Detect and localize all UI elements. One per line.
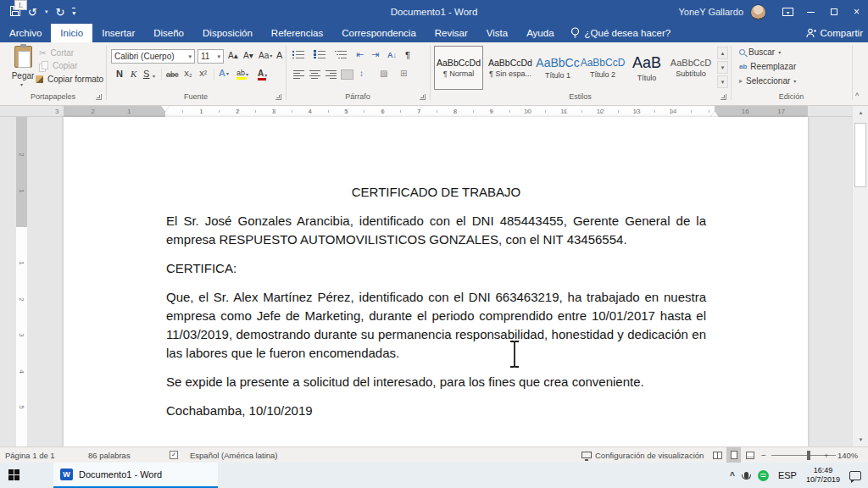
- tab-archivo[interactable]: Archivo: [0, 24, 51, 42]
- close-button[interactable]: ×: [845, 0, 868, 24]
- scroll-up-button[interactable]: ▴: [853, 106, 868, 119]
- start-button[interactable]: [8, 469, 19, 480]
- redo-icon[interactable]: ↻: [55, 7, 64, 18]
- decrease-indent-button[interactable]: ⇤: [356, 49, 364, 60]
- replace-button[interactable]: ab Reemplazar: [739, 62, 796, 71]
- underline-dropdown-icon[interactable]: ▾: [153, 73, 155, 79]
- keyboard-language[interactable]: ESP: [778, 470, 797, 480]
- web-layout-button[interactable]: [743, 447, 757, 463]
- tab-inicio[interactable]: Inicio: [51, 24, 92, 42]
- word-count[interactable]: 86 palabras: [88, 447, 131, 463]
- change-case-button[interactable]: Aa▾: [259, 51, 272, 60]
- justify-button[interactable]: [342, 70, 353, 79]
- tab-correspondencia[interactable]: Correspondencia: [332, 24, 426, 42]
- subscript-button[interactable]: X₂: [184, 69, 192, 78]
- share-button[interactable]: Compartir: [806, 24, 863, 42]
- styles-scroll-down[interactable]: ▾: [717, 61, 728, 74]
- document-page[interactable]: CERTIFICADO DE TRABAJO El Sr. José Gonza…: [64, 117, 808, 446]
- customize-qat-icon[interactable]: ▾: [72, 8, 75, 17]
- right-indent-marker[interactable]: [710, 111, 719, 117]
- style-subtitle[interactable]: AaBbCcD Subtítulo: [669, 46, 713, 90]
- sort-button[interactable]: A↓: [387, 51, 397, 59]
- page-indicator[interactable]: Página 1 de 1: [5, 447, 55, 463]
- text-effects-button[interactable]: A▾: [219, 68, 229, 78]
- collapse-ribbon-button[interactable]: ^: [855, 92, 859, 100]
- copy-button[interactable]: Copiar: [39, 61, 77, 70]
- styles-scroll-up[interactable]: ▴: [717, 47, 728, 59]
- zoom-level[interactable]: 140%: [837, 447, 858, 463]
- microphone-icon[interactable]: [744, 472, 748, 479]
- taskbar-clock[interactable]: 16:49 10/7/2019: [806, 466, 840, 485]
- underline-button[interactable]: S: [143, 69, 149, 79]
- grow-font-button[interactable]: A▴: [228, 51, 238, 60]
- find-button[interactable]: Buscar ▾: [739, 47, 781, 57]
- font-color-button[interactable]: A▾: [258, 69, 267, 80]
- proofing-status[interactable]: ✓: [170, 447, 178, 463]
- font-size-combo[interactable]: 11 ▾: [198, 49, 224, 64]
- print-layout-button[interactable]: [726, 447, 741, 463]
- tab-insertar[interactable]: Insertar: [92, 24, 144, 42]
- shading-button[interactable]: ▨: [380, 69, 387, 78]
- format-painter-button[interactable]: Copiar formato: [36, 75, 103, 84]
- tell-me-search[interactable]: ¿Qué desea hacer?: [570, 24, 671, 42]
- read-mode-button[interactable]: [710, 447, 725, 463]
- restore-button[interactable]: [822, 0, 845, 24]
- bold-button[interactable]: N: [116, 69, 123, 79]
- zoom-out-button[interactable]: −: [761, 447, 766, 463]
- first-line-indent-marker[interactable]: [161, 106, 170, 112]
- undo-icon[interactable]: ↺: [28, 7, 37, 18]
- avatar[interactable]: [750, 4, 766, 20]
- highlight-button[interactable]: ab▾: [236, 69, 248, 80]
- zoom-slider-thumb[interactable]: [807, 451, 810, 460]
- zoom-in-button[interactable]: +: [824, 447, 829, 463]
- font-family-combo[interactable]: Calibri (Cuerpo) ▾: [111, 49, 195, 64]
- taskbar-item-word[interactable]: W Documento1 - Word: [53, 463, 218, 488]
- tab-referencias[interactable]: Referencias: [262, 24, 332, 42]
- tab-vista[interactable]: Vista: [477, 24, 517, 42]
- style-no-spacing[interactable]: AaBbCcDd ¶ Sin espa...: [486, 46, 535, 90]
- borders-button[interactable]: ⊞: [400, 69, 407, 78]
- tab-ayuda[interactable]: Ayuda: [517, 24, 563, 42]
- notification-center-icon[interactable]: [849, 471, 861, 480]
- align-right-button[interactable]: [326, 70, 337, 79]
- strikethrough-button[interactable]: abc: [166, 70, 179, 79]
- styles-gallery-more[interactable]: ▾: [717, 75, 728, 88]
- horizontal-ruler[interactable]: 3 2 1 1 2 3 4 5 6 7 8 9 10 11 12 13 14 1…: [0, 106, 868, 117]
- spotify-icon[interactable]: [758, 470, 769, 481]
- numbered-list-button[interactable]: [314, 50, 326, 58]
- style-normal[interactable]: AaBbCcDd ¶ Normal: [434, 46, 483, 90]
- align-left-button[interactable]: [293, 70, 304, 79]
- line-spacing-button[interactable]: ↕: [359, 69, 364, 78]
- tray-chevron-icon[interactable]: ^: [730, 471, 735, 480]
- ribbon-display-options-button[interactable]: ▾: [776, 0, 799, 24]
- font-dialog-launcher[interactable]: [275, 94, 281, 100]
- style-heading2[interactable]: AaBbCcD Título 2: [581, 46, 625, 90]
- select-button[interactable]: ▸ Seleccionar ▾: [739, 76, 796, 86]
- show-paragraph-marks-button[interactable]: ¶: [405, 50, 410, 60]
- scrollbar-thumb[interactable]: [854, 123, 866, 187]
- increase-indent-button[interactable]: ⇥: [371, 49, 379, 60]
- undo-dropdown-icon[interactable]: ▾: [45, 8, 48, 15]
- tab-selector[interactable]: L: [14, 0, 27, 10]
- styles-dialog-launcher[interactable]: [721, 94, 726, 100]
- scroll-down-button[interactable]: ▾: [853, 433, 868, 446]
- vertical-ruler[interactable]: 2 1 1 2 3 4 5: [16, 117, 27, 446]
- tab-disposicion[interactable]: Disposición: [193, 24, 262, 42]
- tab-diseno[interactable]: Diseño: [144, 24, 193, 42]
- style-title[interactable]: AaB Título: [627, 46, 666, 90]
- multilevel-list-button[interactable]: [335, 50, 347, 58]
- italic-button[interactable]: K: [131, 69, 136, 79]
- minimize-button[interactable]: [799, 0, 822, 24]
- cut-button[interactable]: ✂ Cortar: [39, 48, 74, 58]
- style-heading1[interactable]: AaBbCc Título 1: [537, 46, 578, 90]
- account-name[interactable]: YoneY Gallardo: [679, 7, 743, 17]
- superscript-button[interactable]: X²: [199, 69, 207, 78]
- paragraph-dialog-launcher[interactable]: [420, 94, 426, 100]
- bullet-list-button[interactable]: [292, 50, 304, 58]
- clipboard-dialog-launcher[interactable]: [96, 94, 102, 100]
- align-center-button[interactable]: [309, 70, 320, 79]
- shrink-font-button[interactable]: A▾: [243, 51, 253, 60]
- language-indicator[interactable]: Español (América latina): [190, 447, 278, 463]
- vertical-scrollbar[interactable]: ▴ ▾: [852, 106, 868, 446]
- display-settings-button[interactable]: Configuración de visualización: [581, 447, 704, 463]
